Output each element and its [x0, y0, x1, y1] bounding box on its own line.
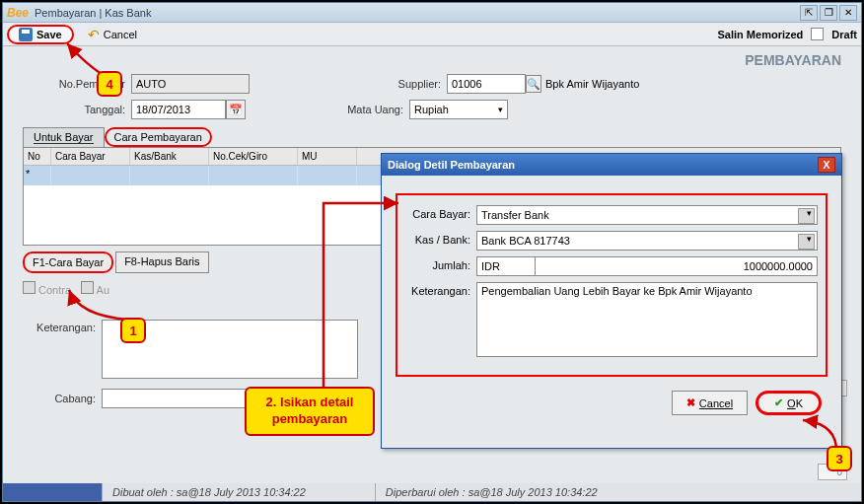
contra-checkbox: Contra [23, 281, 71, 296]
page-title: PEMBAYARAN [3, 46, 861, 72]
toolbar: Save Cancel Salin Memorized Draft [3, 23, 861, 46]
mu-select[interactable]: Rupiah [409, 100, 508, 119]
dialog-cancel-button[interactable]: ✖Cancel [672, 391, 748, 415]
f8-hapus-baris-button[interactable]: F8-Hapus Baris [115, 252, 208, 273]
currency-field[interactable] [476, 256, 536, 276]
dlg-ket-label: Keterangan: [405, 282, 476, 297]
marker-3: 3 [827, 446, 852, 471]
amount-field[interactable] [536, 256, 818, 276]
dialog-title: Dialog Detil Pembayaran [388, 159, 515, 171]
memorized-link[interactable]: Salin Memorized [718, 29, 804, 40]
supplier-name: Bpk Amir Wijayanto [541, 78, 639, 90]
tab-cara-pembayaran[interactable]: Cara Pembayaran [105, 127, 212, 147]
calendar-icon[interactable]: 📅 [226, 100, 246, 119]
cancel-button[interactable]: Cancel [80, 25, 145, 44]
x-icon: ✖ [686, 396, 695, 409]
cabang-label: Cabang: [23, 393, 102, 404]
auto-checkbox: Au [81, 281, 109, 296]
save-button[interactable]: Save [7, 25, 74, 44]
highlight-box: Cara Bayar: Transfer Bank Kas / Bank: Ba… [396, 193, 828, 377]
tanggal-label: Tanggal: [23, 104, 131, 115]
cara-bayar-select[interactable]: Transfer Bank [476, 205, 818, 225]
dialog-ok-button[interactable]: ✔OK [756, 391, 822, 415]
col-kas: Kas/Bank [130, 148, 209, 165]
tanggal-field[interactable] [131, 100, 226, 119]
disk-icon [19, 28, 33, 41]
draft-checkbox[interactable] [811, 28, 824, 40]
kas-bank-select[interactable]: Bank BCA 817743 [476, 231, 818, 251]
no-field [131, 74, 250, 94]
save-label: Save [36, 29, 62, 40]
keterangan-label: Keterangan: [23, 320, 102, 379]
dialog-titlebar: Dialog Detil Pembayaran X [382, 154, 841, 176]
dialog-detil-pembayaran: Dialog Detil Pembayaran X Cara Bayar: Tr… [381, 153, 842, 449]
jumlah-label: Jumlah: [405, 256, 476, 271]
window-close-button[interactable]: ✕ [839, 5, 857, 21]
mu-label: Mata Uang: [246, 104, 409, 115]
app-logo: Bee [7, 6, 29, 20]
tab-untuk-bayar[interactable]: Untuk Bayar [23, 127, 105, 147]
supplier-code-field[interactable] [447, 74, 526, 94]
col-no: No [24, 148, 51, 165]
window-title: Pembayaran | Kas Bank [35, 7, 800, 19]
draft-label: Draft [831, 29, 857, 40]
dialog-close-button[interactable]: X [818, 157, 835, 173]
check-icon: ✔ [774, 396, 783, 409]
supplier-label: Supplier: [250, 78, 447, 90]
undo-icon [88, 27, 100, 42]
statusbar: Dibuat oleh : sa@18 July 2013 10:34:22 D… [3, 483, 861, 501]
status-created: Dibuat oleh : sa@18 July 2013 10:34:22 [102, 483, 316, 501]
col-mu: MU [298, 148, 357, 165]
dlg-keterangan-field[interactable]: Pengembalian Uang Lebih Bayar ke Bpk Ami… [476, 282, 818, 357]
marker-4: 4 [97, 71, 122, 97]
cancel-label: Cancel [104, 29, 137, 40]
window-max-button[interactable]: ❐ [820, 5, 837, 21]
titlebar: Bee Pembayaran | Kas Bank ⇱ ❐ ✕ [3, 3, 861, 23]
window-min-button[interactable]: ⇱ [800, 5, 818, 21]
col-cara: Cara Bayar [51, 148, 130, 165]
kas-bank-label: Kas / Bank: [405, 231, 476, 246]
status-updated: Diperbarui oleh : sa@18 July 2013 10:34:… [375, 483, 608, 501]
col-cek: No.Cek/Giro [209, 148, 298, 165]
cara-bayar-label: Cara Bayar: [405, 205, 476, 220]
callout-2: 2. Isikan detail pembayaran [245, 387, 375, 436]
f1-cara-bayar-button[interactable]: F1-Cara Bayar [23, 252, 113, 273]
search-icon[interactable]: 🔍 [526, 75, 541, 93]
marker-1: 1 [120, 318, 146, 343]
